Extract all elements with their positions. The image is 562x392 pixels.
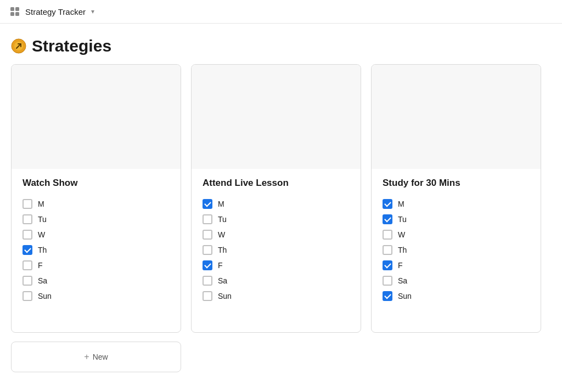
checkbox-row-attend-live-lesson-sun[interactable]: Sun bbox=[203, 288, 350, 304]
header-title: Strategy Tracker bbox=[25, 7, 86, 16]
svg-rect-2 bbox=[10, 12, 14, 16]
checkbox-study-30-mins-m[interactable] bbox=[383, 199, 392, 209]
day-label-attend-live-lesson-th: Th bbox=[218, 246, 227, 254]
new-button-row: + New bbox=[0, 342, 562, 372]
page-title-area: Strategies bbox=[0, 24, 562, 64]
checkbox-watch-show-sun[interactable] bbox=[23, 291, 32, 301]
checkbox-watch-show-sa[interactable] bbox=[23, 276, 32, 286]
checkbox-watch-show-w[interactable] bbox=[23, 230, 32, 240]
checkbox-row-attend-live-lesson-w[interactable]: W bbox=[203, 227, 350, 242]
new-button-label: New bbox=[93, 353, 108, 361]
cards-container: Watch ShowMTuWThFSaSunAttend Live Lesson… bbox=[0, 64, 562, 333]
checkbox-attend-live-lesson-tu[interactable] bbox=[203, 214, 212, 224]
checkbox-row-watch-show-m[interactable]: M bbox=[23, 196, 170, 212]
day-label-study-30-mins-sun: Sun bbox=[398, 292, 412, 300]
checkbox-row-study-30-mins-sun[interactable]: Sun bbox=[383, 288, 530, 304]
card-content-attend-live-lesson: Attend Live LessonMTuWThFSaSun bbox=[192, 169, 361, 304]
card-watch-show: Watch ShowMTuWThFSaSun bbox=[11, 64, 181, 333]
day-label-attend-live-lesson-m: M bbox=[218, 200, 224, 208]
day-label-attend-live-lesson-f: F bbox=[218, 261, 223, 270]
checkbox-row-watch-show-tu[interactable]: Tu bbox=[23, 212, 170, 227]
checkbox-row-attend-live-lesson-tu[interactable]: Tu bbox=[203, 212, 350, 227]
checkbox-row-attend-live-lesson-th[interactable]: Th bbox=[203, 242, 350, 258]
checkbox-row-watch-show-sun[interactable]: Sun bbox=[23, 288, 170, 304]
checkbox-row-watch-show-f[interactable]: F bbox=[23, 258, 170, 273]
checkbox-study-30-mins-f[interactable] bbox=[383, 260, 392, 270]
card-image-watch-show bbox=[12, 65, 181, 169]
day-label-study-30-mins-m: M bbox=[398, 200, 404, 208]
checkbox-attend-live-lesson-m[interactable] bbox=[203, 199, 212, 209]
day-label-watch-show-f: F bbox=[38, 261, 43, 270]
svg-rect-0 bbox=[10, 7, 14, 11]
grid-icon bbox=[9, 5, 21, 18]
checkbox-row-study-30-mins-sa[interactable]: Sa bbox=[383, 273, 530, 288]
checkbox-row-study-30-mins-m[interactable]: M bbox=[383, 196, 530, 212]
day-label-attend-live-lesson-w: W bbox=[218, 230, 225, 239]
day-label-watch-show-w: W bbox=[38, 230, 45, 239]
card-content-study-30-mins: Study for 30 MinsMTuWThFSaSun bbox=[372, 169, 541, 304]
day-label-watch-show-m: M bbox=[38, 200, 44, 208]
header: Strategy Tracker ▾ bbox=[0, 0, 562, 24]
checkbox-attend-live-lesson-th[interactable] bbox=[203, 245, 212, 255]
checkbox-attend-live-lesson-sa[interactable] bbox=[203, 276, 212, 286]
checkbox-study-30-mins-tu[interactable] bbox=[383, 214, 392, 224]
checkbox-attend-live-lesson-f[interactable] bbox=[203, 260, 212, 270]
day-label-watch-show-sun: Sun bbox=[38, 292, 52, 300]
card-title-watch-show: Watch Show bbox=[23, 178, 170, 189]
day-label-attend-live-lesson-sa: Sa bbox=[218, 276, 227, 285]
checkbox-row-attend-live-lesson-sa[interactable]: Sa bbox=[203, 273, 350, 288]
checkbox-attend-live-lesson-w[interactable] bbox=[203, 230, 212, 240]
day-label-watch-show-sa: Sa bbox=[38, 276, 47, 285]
card-image-study-30-mins bbox=[372, 65, 541, 169]
card-title-study-30-mins: Study for 30 Mins bbox=[383, 178, 530, 189]
checkbox-row-watch-show-sa[interactable]: Sa bbox=[23, 273, 170, 288]
svg-rect-3 bbox=[15, 12, 19, 16]
card-content-watch-show: Watch ShowMTuWThFSaSun bbox=[12, 169, 181, 304]
day-label-attend-live-lesson-sun: Sun bbox=[218, 292, 232, 300]
card-title-attend-live-lesson: Attend Live Lesson bbox=[203, 178, 350, 189]
day-label-study-30-mins-f: F bbox=[398, 261, 403, 270]
checkbox-watch-show-f[interactable] bbox=[23, 260, 32, 270]
checkbox-row-study-30-mins-th[interactable]: Th bbox=[383, 242, 530, 258]
checkbox-study-30-mins-th[interactable] bbox=[383, 245, 392, 255]
svg-rect-1 bbox=[15, 7, 19, 11]
checkbox-row-study-30-mins-tu[interactable]: Tu bbox=[383, 212, 530, 227]
card-attend-live-lesson: Attend Live LessonMTuWThFSaSun bbox=[191, 64, 361, 333]
day-label-study-30-mins-sa: Sa bbox=[398, 276, 407, 285]
day-label-watch-show-tu: Tu bbox=[38, 215, 47, 224]
checkbox-study-30-mins-sa[interactable] bbox=[383, 276, 392, 286]
day-label-study-30-mins-w: W bbox=[398, 230, 405, 239]
plus-icon: + bbox=[84, 352, 89, 362]
checkbox-watch-show-tu[interactable] bbox=[23, 214, 32, 224]
day-label-watch-show-th: Th bbox=[38, 246, 47, 254]
checkbox-study-30-mins-sun[interactable] bbox=[383, 291, 392, 301]
card-image-attend-live-lesson bbox=[192, 65, 361, 169]
day-label-attend-live-lesson-tu: Tu bbox=[218, 215, 227, 224]
card-study-30-mins: Study for 30 MinsMTuWThFSaSun bbox=[371, 64, 541, 333]
day-label-study-30-mins-tu: Tu bbox=[398, 215, 407, 224]
checkbox-row-watch-show-th[interactable]: Th bbox=[23, 242, 170, 258]
checkbox-attend-live-lesson-sun[interactable] bbox=[203, 291, 212, 301]
new-button[interactable]: + New bbox=[11, 342, 181, 372]
checkbox-row-attend-live-lesson-f[interactable]: F bbox=[203, 258, 350, 273]
checkbox-watch-show-m[interactable] bbox=[23, 199, 32, 209]
page-title: Strategies bbox=[32, 37, 111, 55]
checkbox-row-watch-show-w[interactable]: W bbox=[23, 227, 170, 242]
checkbox-watch-show-th[interactable] bbox=[23, 245, 32, 255]
checkbox-study-30-mins-w[interactable] bbox=[383, 230, 392, 240]
strategies-icon bbox=[11, 38, 26, 54]
chevron-down-icon[interactable]: ▾ bbox=[91, 8, 94, 15]
day-label-study-30-mins-th: Th bbox=[398, 246, 407, 254]
checkbox-row-study-30-mins-f[interactable]: F bbox=[383, 258, 530, 273]
checkbox-row-attend-live-lesson-m[interactable]: M bbox=[203, 196, 350, 212]
checkbox-row-study-30-mins-w[interactable]: W bbox=[383, 227, 530, 242]
